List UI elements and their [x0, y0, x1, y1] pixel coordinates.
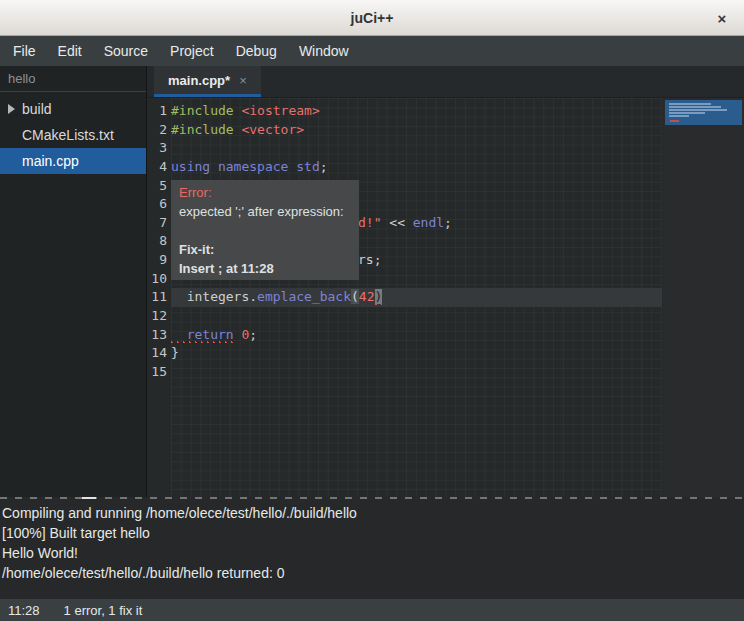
tabbar: main.cpp* ×	[147, 66, 744, 98]
code-token: ;	[249, 327, 257, 342]
tooltip-spacer	[179, 221, 351, 240]
menu-edit[interactable]: Edit	[47, 38, 93, 64]
line-number: 1	[147, 102, 167, 121]
code-token: <<	[381, 215, 412, 230]
code-line-13[interactable]: return 0;	[171, 326, 662, 345]
terminal-output-line: Compiling and running /home/olece/test/h…	[2, 503, 742, 523]
file-tree-sidebar: hello buildCMakeLists.txtmain.cpp	[0, 66, 147, 497]
code-token: <iostream>	[241, 103, 319, 118]
line-number-gutter: 123456789101112131415	[147, 102, 167, 382]
tab-main-cpp[interactable]: main.cpp* ×	[154, 66, 261, 97]
line-number: 13	[147, 326, 167, 345]
terminal-output-line: [100%] Built target hello	[2, 523, 742, 543]
code-line-2[interactable]: #include <vector>	[171, 121, 662, 140]
pane-splitter-handle[interactable]	[82, 497, 96, 499]
code-editor[interactable]: 123456789101112131415 #include <iostream…	[147, 98, 744, 497]
code-line-14[interactable]: }	[171, 344, 662, 363]
project-name: hello	[0, 66, 146, 92]
overview-map-slider[interactable]	[665, 100, 742, 125]
tab-label: main.cpp*	[168, 73, 230, 88]
line-number: 10	[147, 270, 167, 289]
code-token: emplace_back	[257, 289, 351, 304]
menubar: FileEditSourceProjectDebugWindow	[0, 36, 744, 66]
expand-arrow-icon[interactable]	[8, 104, 15, 114]
code-token: ;	[320, 159, 328, 174]
build-output-terminal: Compiling and running /home/olece/test/h…	[0, 497, 744, 599]
line-number: 12	[147, 307, 167, 326]
file-tree-item-build[interactable]: build	[0, 96, 146, 122]
menu-source[interactable]: Source	[93, 38, 159, 64]
code-line-3[interactable]	[171, 139, 662, 158]
minimap-line	[669, 106, 721, 108]
code-line-12[interactable]	[171, 307, 662, 326]
main-row: hello buildCMakeLists.txtmain.cpp main.c…	[0, 66, 744, 497]
code-token: <vector>	[241, 122, 304, 137]
code-token: #include	[171, 103, 241, 118]
titlebar[interactable]: juCi++ ×	[0, 0, 744, 36]
editor-column: main.cpp* × 123456789101112131415 #inclu…	[147, 66, 744, 497]
menu-debug[interactable]: Debug	[225, 38, 288, 64]
line-number: 9	[147, 251, 167, 270]
code-token: )	[375, 289, 383, 304]
code-token: }	[171, 345, 179, 360]
diagnostic-tooltip: Error: expected ';' after expression: Fi…	[171, 180, 359, 280]
file-tree-item-cmakelists-txt[interactable]: CMakeLists.txt	[0, 122, 146, 148]
diagnostics-summary: 1 error, 1 fix it	[64, 603, 143, 618]
minimap-error-mark	[670, 120, 679, 122]
app-window: juCi++ × FileEditSourceProjectDebugWindo…	[0, 0, 744, 621]
line-number: 7	[147, 214, 167, 233]
terminal-output-line: Hello World!	[2, 543, 742, 563]
tab-close-icon[interactable]: ×	[239, 73, 247, 88]
code-token: rs;	[358, 252, 381, 267]
line-number: 8	[147, 232, 167, 251]
file-tree-item-main-cpp[interactable]: main.cpp	[0, 148, 146, 174]
line-number: 6	[147, 195, 167, 214]
code-token: d!"	[358, 215, 381, 230]
code-token: (	[351, 289, 359, 304]
code-line-11[interactable]: integers.emplace_back(42)	[171, 288, 662, 307]
window-title: juCi++	[351, 10, 394, 26]
file-tree: buildCMakeLists.txtmain.cpp	[0, 96, 146, 174]
menu-project[interactable]: Project	[159, 38, 225, 64]
tooltip-fixit-label: Fix-it:	[179, 240, 351, 259]
line-number: 14	[147, 344, 167, 363]
code-line-15[interactable]	[171, 363, 662, 382]
code-line-1[interactable]: #include <iostream>	[171, 102, 662, 121]
statusbar: 11:28 1 error, 1 fix it	[0, 599, 744, 621]
terminal-output-line: /home/olece/test/hello/./build/hello ret…	[2, 563, 742, 583]
code-token: using namespace std	[171, 159, 320, 174]
line-number: 5	[147, 177, 167, 196]
code-line-4[interactable]: using namespace std;	[171, 158, 662, 177]
line-number: 15	[147, 363, 167, 382]
minimap-line	[669, 109, 727, 111]
menu-file[interactable]: File	[2, 38, 47, 64]
minimap-line	[669, 112, 705, 114]
code-token: 42	[359, 289, 375, 304]
terminal-lines: Compiling and running /home/olece/test/h…	[2, 503, 742, 583]
tooltip-error-label: Error:	[179, 183, 351, 202]
line-number: 4	[147, 158, 167, 177]
tooltip-error-message: expected ';' after expression:	[179, 202, 351, 221]
code-token: endl	[413, 215, 444, 230]
menu-window[interactable]: Window	[288, 38, 360, 64]
cursor-position: 11:28	[8, 603, 40, 618]
close-icon[interactable]: ×	[710, 6, 734, 30]
code-token: integers.	[171, 289, 257, 304]
line-number: 2	[147, 121, 167, 140]
line-number: 3	[147, 139, 167, 158]
overview-map[interactable]	[663, 98, 744, 497]
line-number: 11	[147, 288, 167, 307]
code-token: return	[171, 327, 234, 342]
minimap-line	[669, 103, 711, 105]
tooltip-fixit-action: Insert ; at 11:28	[179, 259, 351, 278]
minimap-line	[669, 115, 689, 117]
code-token: ;	[444, 215, 452, 230]
code-token: #include	[171, 122, 241, 137]
